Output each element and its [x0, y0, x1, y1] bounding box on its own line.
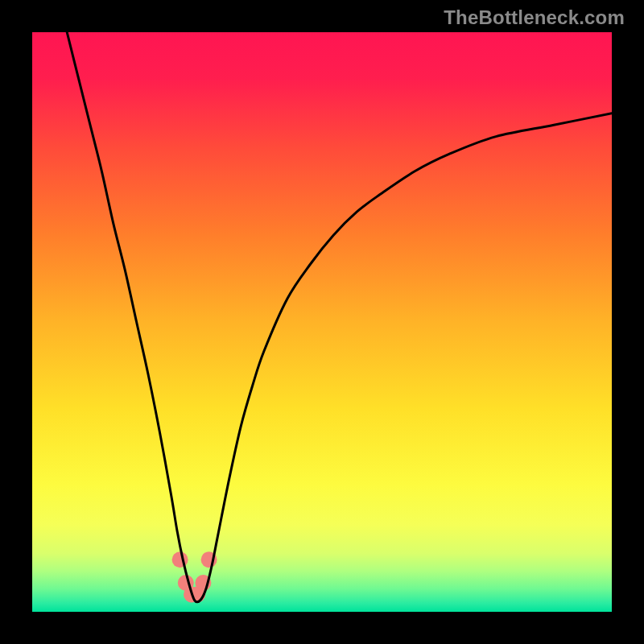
watermark-label: TheBottleneck.com	[444, 6, 625, 29]
bottleneck-curve	[67, 32, 612, 602]
chart-overlay	[32, 32, 612, 612]
plot-area	[32, 32, 612, 612]
trough-marker	[172, 551, 188, 568]
chart-stage: TheBottleneck.com	[0, 0, 644, 644]
